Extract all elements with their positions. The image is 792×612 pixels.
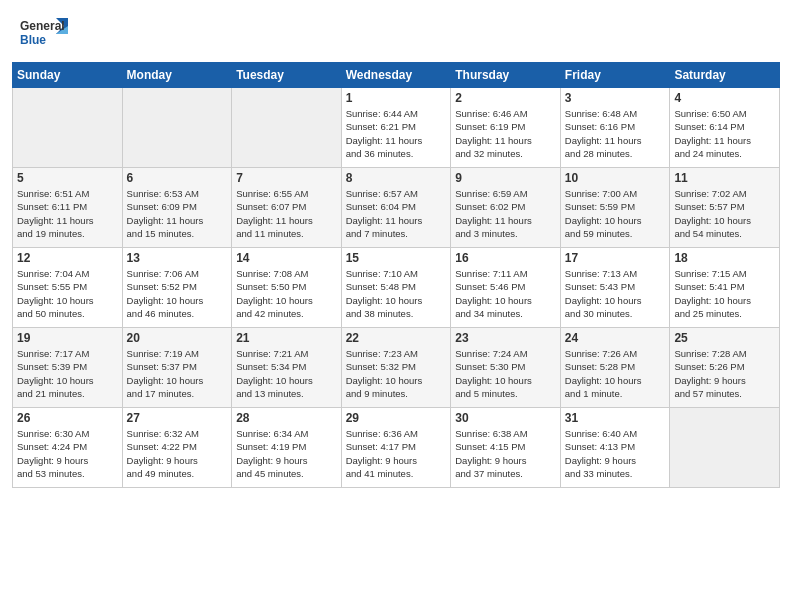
calendar-cell: 3Sunrise: 6:48 AM Sunset: 6:16 PM Daylig… bbox=[560, 88, 670, 168]
day-number: 13 bbox=[127, 251, 228, 265]
day-number: 29 bbox=[346, 411, 447, 425]
day-number: 26 bbox=[17, 411, 118, 425]
weekday-header-monday: Monday bbox=[122, 63, 232, 88]
calendar-week-5: 26Sunrise: 6:30 AM Sunset: 4:24 PM Dayli… bbox=[13, 408, 780, 488]
day-number: 1 bbox=[346, 91, 447, 105]
calendar-week-1: 1Sunrise: 6:44 AM Sunset: 6:21 PM Daylig… bbox=[13, 88, 780, 168]
calendar-cell: 2Sunrise: 6:46 AM Sunset: 6:19 PM Daylig… bbox=[451, 88, 561, 168]
day-number: 23 bbox=[455, 331, 556, 345]
day-number: 2 bbox=[455, 91, 556, 105]
day-number: 20 bbox=[127, 331, 228, 345]
day-number: 3 bbox=[565, 91, 666, 105]
day-number: 10 bbox=[565, 171, 666, 185]
calendar-cell: 13Sunrise: 7:06 AM Sunset: 5:52 PM Dayli… bbox=[122, 248, 232, 328]
day-info: Sunrise: 7:06 AM Sunset: 5:52 PM Dayligh… bbox=[127, 267, 228, 320]
day-info: Sunrise: 7:02 AM Sunset: 5:57 PM Dayligh… bbox=[674, 187, 775, 240]
page-header: GeneralBlue bbox=[0, 0, 792, 58]
calendar-cell: 12Sunrise: 7:04 AM Sunset: 5:55 PM Dayli… bbox=[13, 248, 123, 328]
day-number: 8 bbox=[346, 171, 447, 185]
day-info: Sunrise: 6:34 AM Sunset: 4:19 PM Dayligh… bbox=[236, 427, 337, 480]
day-number: 14 bbox=[236, 251, 337, 265]
day-info: Sunrise: 6:59 AM Sunset: 6:02 PM Dayligh… bbox=[455, 187, 556, 240]
calendar-cell: 14Sunrise: 7:08 AM Sunset: 5:50 PM Dayli… bbox=[232, 248, 342, 328]
calendar-cell: 25Sunrise: 7:28 AM Sunset: 5:26 PM Dayli… bbox=[670, 328, 780, 408]
day-info: Sunrise: 7:19 AM Sunset: 5:37 PM Dayligh… bbox=[127, 347, 228, 400]
calendar-cell: 20Sunrise: 7:19 AM Sunset: 5:37 PM Dayli… bbox=[122, 328, 232, 408]
weekday-header-tuesday: Tuesday bbox=[232, 63, 342, 88]
day-number: 4 bbox=[674, 91, 775, 105]
calendar-cell: 19Sunrise: 7:17 AM Sunset: 5:39 PM Dayli… bbox=[13, 328, 123, 408]
calendar-table: SundayMondayTuesdayWednesdayThursdayFrid… bbox=[12, 62, 780, 488]
logo: GeneralBlue bbox=[20, 16, 70, 52]
calendar-week-3: 12Sunrise: 7:04 AM Sunset: 5:55 PM Dayli… bbox=[13, 248, 780, 328]
calendar-cell: 17Sunrise: 7:13 AM Sunset: 5:43 PM Dayli… bbox=[560, 248, 670, 328]
weekday-header-sunday: Sunday bbox=[13, 63, 123, 88]
weekday-header-row: SundayMondayTuesdayWednesdayThursdayFrid… bbox=[13, 63, 780, 88]
day-number: 28 bbox=[236, 411, 337, 425]
day-number: 31 bbox=[565, 411, 666, 425]
calendar-cell bbox=[232, 88, 342, 168]
day-number: 5 bbox=[17, 171, 118, 185]
day-info: Sunrise: 6:30 AM Sunset: 4:24 PM Dayligh… bbox=[17, 427, 118, 480]
weekday-header-thursday: Thursday bbox=[451, 63, 561, 88]
day-info: Sunrise: 7:11 AM Sunset: 5:46 PM Dayligh… bbox=[455, 267, 556, 320]
calendar-cell: 31Sunrise: 6:40 AM Sunset: 4:13 PM Dayli… bbox=[560, 408, 670, 488]
day-number: 11 bbox=[674, 171, 775, 185]
calendar-cell bbox=[13, 88, 123, 168]
day-info: Sunrise: 7:15 AM Sunset: 5:41 PM Dayligh… bbox=[674, 267, 775, 320]
logo-icon: GeneralBlue bbox=[20, 16, 70, 52]
calendar-cell: 24Sunrise: 7:26 AM Sunset: 5:28 PM Dayli… bbox=[560, 328, 670, 408]
calendar-cell: 26Sunrise: 6:30 AM Sunset: 4:24 PM Dayli… bbox=[13, 408, 123, 488]
calendar-cell: 5Sunrise: 6:51 AM Sunset: 6:11 PM Daylig… bbox=[13, 168, 123, 248]
calendar-cell: 28Sunrise: 6:34 AM Sunset: 4:19 PM Dayli… bbox=[232, 408, 342, 488]
day-info: Sunrise: 7:04 AM Sunset: 5:55 PM Dayligh… bbox=[17, 267, 118, 320]
calendar-cell: 21Sunrise: 7:21 AM Sunset: 5:34 PM Dayli… bbox=[232, 328, 342, 408]
day-info: Sunrise: 6:51 AM Sunset: 6:11 PM Dayligh… bbox=[17, 187, 118, 240]
day-info: Sunrise: 7:17 AM Sunset: 5:39 PM Dayligh… bbox=[17, 347, 118, 400]
day-number: 30 bbox=[455, 411, 556, 425]
calendar-cell: 22Sunrise: 7:23 AM Sunset: 5:32 PM Dayli… bbox=[341, 328, 451, 408]
calendar-cell: 7Sunrise: 6:55 AM Sunset: 6:07 PM Daylig… bbox=[232, 168, 342, 248]
day-info: Sunrise: 7:28 AM Sunset: 5:26 PM Dayligh… bbox=[674, 347, 775, 400]
calendar-cell: 4Sunrise: 6:50 AM Sunset: 6:14 PM Daylig… bbox=[670, 88, 780, 168]
calendar-cell bbox=[670, 408, 780, 488]
calendar-cell: 23Sunrise: 7:24 AM Sunset: 5:30 PM Dayli… bbox=[451, 328, 561, 408]
svg-text:General: General bbox=[20, 19, 65, 33]
day-info: Sunrise: 7:08 AM Sunset: 5:50 PM Dayligh… bbox=[236, 267, 337, 320]
day-number: 7 bbox=[236, 171, 337, 185]
day-info: Sunrise: 7:13 AM Sunset: 5:43 PM Dayligh… bbox=[565, 267, 666, 320]
weekday-header-friday: Friday bbox=[560, 63, 670, 88]
calendar-cell: 10Sunrise: 7:00 AM Sunset: 5:59 PM Dayli… bbox=[560, 168, 670, 248]
day-info: Sunrise: 7:23 AM Sunset: 5:32 PM Dayligh… bbox=[346, 347, 447, 400]
calendar-cell bbox=[122, 88, 232, 168]
calendar-week-4: 19Sunrise: 7:17 AM Sunset: 5:39 PM Dayli… bbox=[13, 328, 780, 408]
calendar: SundayMondayTuesdayWednesdayThursdayFrid… bbox=[0, 58, 792, 496]
day-number: 19 bbox=[17, 331, 118, 345]
calendar-cell: 8Sunrise: 6:57 AM Sunset: 6:04 PM Daylig… bbox=[341, 168, 451, 248]
calendar-cell: 18Sunrise: 7:15 AM Sunset: 5:41 PM Dayli… bbox=[670, 248, 780, 328]
calendar-cell: 15Sunrise: 7:10 AM Sunset: 5:48 PM Dayli… bbox=[341, 248, 451, 328]
day-number: 6 bbox=[127, 171, 228, 185]
calendar-cell: 16Sunrise: 7:11 AM Sunset: 5:46 PM Dayli… bbox=[451, 248, 561, 328]
day-number: 18 bbox=[674, 251, 775, 265]
day-info: Sunrise: 7:00 AM Sunset: 5:59 PM Dayligh… bbox=[565, 187, 666, 240]
calendar-week-2: 5Sunrise: 6:51 AM Sunset: 6:11 PM Daylig… bbox=[13, 168, 780, 248]
day-number: 9 bbox=[455, 171, 556, 185]
day-info: Sunrise: 6:55 AM Sunset: 6:07 PM Dayligh… bbox=[236, 187, 337, 240]
day-info: Sunrise: 7:21 AM Sunset: 5:34 PM Dayligh… bbox=[236, 347, 337, 400]
day-info: Sunrise: 6:48 AM Sunset: 6:16 PM Dayligh… bbox=[565, 107, 666, 160]
day-info: Sunrise: 6:40 AM Sunset: 4:13 PM Dayligh… bbox=[565, 427, 666, 480]
calendar-cell: 11Sunrise: 7:02 AM Sunset: 5:57 PM Dayli… bbox=[670, 168, 780, 248]
day-info: Sunrise: 6:38 AM Sunset: 4:15 PM Dayligh… bbox=[455, 427, 556, 480]
day-info: Sunrise: 7:24 AM Sunset: 5:30 PM Dayligh… bbox=[455, 347, 556, 400]
day-info: Sunrise: 6:57 AM Sunset: 6:04 PM Dayligh… bbox=[346, 187, 447, 240]
day-info: Sunrise: 6:46 AM Sunset: 6:19 PM Dayligh… bbox=[455, 107, 556, 160]
calendar-cell: 29Sunrise: 6:36 AM Sunset: 4:17 PM Dayli… bbox=[341, 408, 451, 488]
day-info: Sunrise: 6:36 AM Sunset: 4:17 PM Dayligh… bbox=[346, 427, 447, 480]
calendar-cell: 6Sunrise: 6:53 AM Sunset: 6:09 PM Daylig… bbox=[122, 168, 232, 248]
day-number: 24 bbox=[565, 331, 666, 345]
svg-text:Blue: Blue bbox=[20, 33, 46, 47]
day-info: Sunrise: 6:50 AM Sunset: 6:14 PM Dayligh… bbox=[674, 107, 775, 160]
day-number: 12 bbox=[17, 251, 118, 265]
day-info: Sunrise: 7:10 AM Sunset: 5:48 PM Dayligh… bbox=[346, 267, 447, 320]
